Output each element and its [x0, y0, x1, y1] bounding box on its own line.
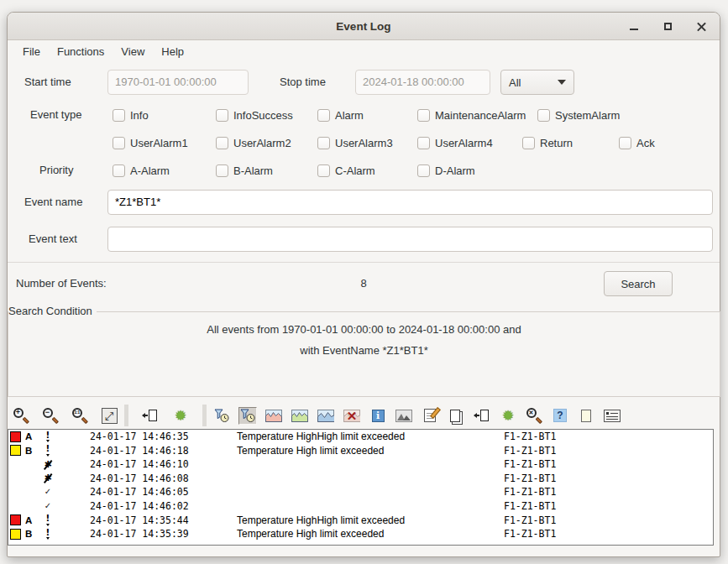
- checkbox-box: [216, 164, 228, 177]
- menu-file[interactable]: File: [14, 42, 49, 61]
- checkbox-c-alarm[interactable]: C-Alarm: [317, 158, 375, 183]
- table-row[interactable]: B ! 24-01-17 14:35:39 Temperature High l…: [8, 527, 713, 541]
- checkbox-box: [216, 137, 228, 149]
- help-icon[interactable]: ?: [550, 405, 570, 426]
- time-cell: 24-01-17 14:46:05: [90, 485, 189, 499]
- priority-cell: B: [25, 527, 32, 540]
- zoom-in-icon[interactable]: +: [11, 405, 31, 426]
- filter-time-icon[interactable]: [212, 405, 232, 426]
- menu-help[interactable]: Help: [153, 42, 192, 61]
- unacknowledged-icon: !: [40, 514, 55, 527]
- maximize-button[interactable]: [661, 20, 674, 34]
- checkbox-systemalarm[interactable]: SystemAlarm: [537, 102, 620, 128]
- object-cell: F1-Z1-BT1: [504, 527, 556, 540]
- export-window-icon-2[interactable]: [472, 405, 492, 426]
- priority-color-swatch: [10, 500, 21, 511]
- image-icon[interactable]: [394, 405, 414, 426]
- copy-page-icon[interactable]: [446, 405, 466, 426]
- time-cell: 24-01-17 14:46:35: [90, 430, 189, 443]
- checkbox-useralarm3[interactable]: UserAlarm3: [317, 130, 393, 155]
- checkbox-box: [216, 109, 228, 122]
- titlebar[interactable]: Event Log: [8, 13, 720, 40]
- event-name-label: Event name: [24, 190, 82, 215]
- trend-green-icon[interactable]: [290, 405, 310, 426]
- blocked-alarm-icon: ✱: [40, 472, 55, 485]
- checkbox-return[interactable]: Return: [522, 130, 573, 155]
- export-window-icon[interactable]: [140, 405, 160, 426]
- time-range-dropdown[interactable]: All: [500, 70, 574, 95]
- unacknowledged-icon: !: [40, 430, 55, 443]
- window-title: Event Log: [336, 20, 390, 33]
- event-list-icon[interactable]: [602, 405, 622, 426]
- toolbar-separator: [124, 405, 128, 426]
- priority-color-swatch: [10, 487, 21, 498]
- checkbox-box: [317, 164, 330, 177]
- event-text-input[interactable]: [107, 227, 713, 252]
- checkbox-ack[interactable]: Ack: [619, 130, 655, 155]
- checkbox-box: [417, 137, 430, 149]
- menubar: File Functions View Help: [8, 40, 720, 63]
- toolbar-zoom-group: + − 1:1 ⤢: [11, 405, 119, 426]
- checkbox-info[interactable]: Info: [113, 102, 149, 128]
- zoom-cancel-icon[interactable]: ✕: [524, 405, 544, 426]
- checkbox-b-alarm[interactable]: B-Alarm: [216, 158, 273, 183]
- object-cell: F1-Z1-BT1: [504, 457, 556, 471]
- minimize-button[interactable]: [627, 20, 641, 34]
- toolbar-event-group: ✕ i ✹ ✕ ?: [212, 405, 622, 426]
- start-time-input: 1970-01-01 00:00:00: [107, 70, 249, 95]
- event-name-input[interactable]: *Z1*BT1*: [107, 190, 713, 215]
- notes-icon[interactable]: [420, 405, 440, 426]
- unacknowledged-icon: !: [40, 444, 55, 457]
- trend-red-icon[interactable]: [264, 405, 284, 426]
- object-cell: F1-Z1-BT1: [504, 485, 556, 499]
- acknowledged-icon: ✓: [40, 499, 55, 513]
- menu-functions[interactable]: Functions: [49, 42, 113, 61]
- checkbox-alarm[interactable]: Alarm: [317, 102, 364, 128]
- table-row[interactable]: B ! 24-01-17 14:46:18 Temperature High l…: [8, 444, 713, 458]
- search-condition-frame: Search Condition All events from 1970-01…: [8, 311, 720, 397]
- search-button[interactable]: Search: [604, 271, 673, 296]
- table-row[interactable]: ✱ 24-01-17 14:46:08 F1-Z1-BT1: [8, 472, 713, 486]
- table-row[interactable]: ✓ 24-01-17 14:46:05 F1-Z1-BT1: [8, 485, 713, 499]
- starburst-icon[interactable]: ✹: [170, 405, 191, 426]
- priority-row: A-Alarm B-Alarm C-Alarm D-Alarm: [8, 158, 720, 183]
- priority-color-swatch: [10, 431, 21, 442]
- table-row[interactable]: ✱ 24-01-17 14:46:10 F1-Z1-BT1: [8, 457, 713, 472]
- object-cell: F1-Z1-BT1: [504, 499, 556, 513]
- search-condition-line1: All events from 1970-01-01 00:00:00 to 2…: [8, 323, 720, 336]
- table-row[interactable]: A ! 24-01-17 14:35:44 Temperature HighHi…: [8, 514, 713, 528]
- priority-color-swatch: [10, 445, 21, 456]
- chevron-down-icon: [558, 80, 566, 85]
- zoom-fit-icon[interactable]: ⤢: [99, 405, 119, 426]
- toolbar-separator: [202, 405, 207, 426]
- checkbox-useralarm2[interactable]: UserAlarm2: [216, 130, 291, 155]
- priority-color-swatch: [10, 473, 21, 483]
- checkbox-box: [417, 164, 430, 177]
- object-cell: F1-Z1-BT1: [504, 514, 556, 527]
- zoom-original-icon[interactable]: 1:1: [70, 405, 90, 426]
- trend-delete-icon[interactable]: ✕: [342, 405, 362, 426]
- checkbox-d-alarm[interactable]: D-Alarm: [417, 158, 475, 183]
- checkbox-box: [317, 109, 330, 122]
- priority-cell: B: [25, 444, 32, 457]
- filter-time-active-icon[interactable]: [238, 405, 258, 426]
- checkbox-box: [522, 137, 535, 149]
- close-button[interactable]: [694, 20, 708, 34]
- blocked-alarm-icon: ✱: [40, 457, 55, 471]
- checkbox-useralarm1[interactable]: UserAlarm1: [113, 130, 188, 155]
- menu-view[interactable]: View: [113, 42, 153, 61]
- document-list-icon[interactable]: [576, 405, 596, 426]
- trend-blue-icon[interactable]: [316, 405, 336, 426]
- checkbox-infosuccess[interactable]: InfoSuccess: [216, 102, 293, 128]
- table-row[interactable]: A ! 24-01-17 14:46:35 Temperature HighHi…: [8, 430, 713, 444]
- event-table: A ! 24-01-17 14:46:35 Temperature HighHi…: [8, 429, 714, 546]
- time-cell: 24-01-17 14:46:10: [90, 457, 189, 471]
- time-range-value: All: [509, 76, 521, 89]
- checkbox-useralarm4[interactable]: UserAlarm4: [417, 130, 493, 155]
- info-icon[interactable]: i: [368, 405, 388, 426]
- starburst-icon-2[interactable]: ✹: [498, 405, 518, 426]
- checkbox-maintenancealarm[interactable]: MaintenanceAlarm: [417, 102, 526, 128]
- checkbox-a-alarm[interactable]: A-Alarm: [113, 158, 170, 183]
- table-row[interactable]: ✓ 24-01-17 14:46:02 F1-Z1-BT1: [8, 499, 713, 514]
- zoom-out-icon[interactable]: −: [40, 405, 60, 426]
